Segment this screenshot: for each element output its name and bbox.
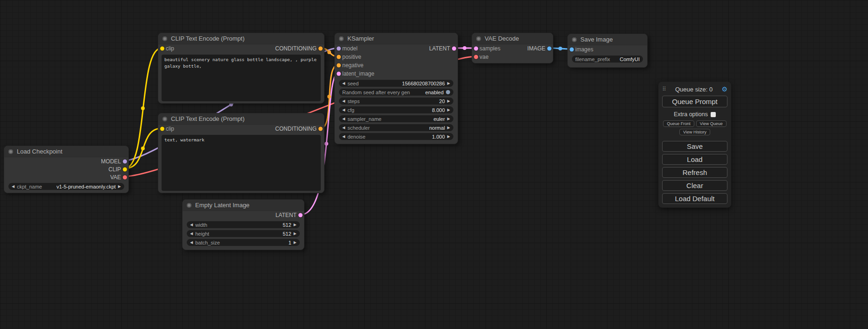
node-title-bar[interactable]: Empty Latent Image xyxy=(183,200,304,211)
filename-prefix-widget[interactable]: filename_prefix ComfyUI xyxy=(572,56,643,63)
slot-row: VAE xyxy=(4,173,128,181)
denoise-widget[interactable]: ◀ denoise 1.000 ▶ xyxy=(339,133,453,140)
view-history-button[interactable]: View History xyxy=(679,129,710,135)
load-button[interactable]: Load xyxy=(662,154,727,165)
increment-arrow-icon[interactable]: ▶ xyxy=(447,99,450,103)
seed-widget[interactable]: ◀ seed 156680208700286 ▶ xyxy=(339,80,453,87)
input-slot-positive[interactable] xyxy=(337,55,341,59)
link-midpoint-dot xyxy=(463,46,466,50)
increment-arrow-icon[interactable]: ▶ xyxy=(447,135,450,139)
decrement-arrow-icon[interactable]: ◀ xyxy=(190,223,193,227)
clear-button[interactable]: Clear xyxy=(662,180,727,191)
node-title-bar[interactable]: KSampler xyxy=(335,33,458,44)
batch-size-widget[interactable]: ◀ batch_size 1 ▶ xyxy=(187,239,300,246)
toggle-dot-icon xyxy=(446,90,450,94)
output-slot-conditioning[interactable] xyxy=(318,47,323,51)
node-empty-latent-image[interactable]: Empty Latent Image LATENT ◀ width 512 ▶ … xyxy=(182,199,304,250)
prompt-textarea[interactable]: text, watermark xyxy=(162,135,321,191)
node-title-bar[interactable]: Load Checkpoint xyxy=(4,146,128,157)
input-slot-clip[interactable] xyxy=(160,47,164,51)
decrement-arrow-icon[interactable]: ◀ xyxy=(342,108,345,112)
collapse-dot-icon[interactable] xyxy=(476,36,481,41)
decrement-arrow-icon[interactable]: ◀ xyxy=(190,241,193,245)
output-slot-vae[interactable] xyxy=(123,175,127,179)
output-slot-conditioning[interactable] xyxy=(318,127,323,131)
increment-arrow-icon[interactable]: ▶ xyxy=(294,232,296,236)
slot-row: clip CONDITIONING xyxy=(158,44,324,53)
load-default-button[interactable]: Load Default xyxy=(662,193,727,204)
random-seed-toggle[interactable]: Random seed after every gen enabled xyxy=(339,89,453,96)
node-title-bar[interactable]: CLIP Text Encode (Prompt) xyxy=(158,113,324,125)
decrement-arrow-icon[interactable]: ◀ xyxy=(342,135,345,139)
output-slot-model[interactable] xyxy=(123,159,127,163)
output-slot-image[interactable] xyxy=(547,47,551,51)
decrement-arrow-icon[interactable]: ◀ xyxy=(342,126,345,130)
increment-arrow-icon[interactable]: ▶ xyxy=(294,241,296,245)
decrement-arrow-icon[interactable]: ◀ xyxy=(190,232,193,236)
slot-row: samples IMAGE xyxy=(472,44,553,53)
node-title-bar[interactable]: CLIP Text Encode (Prompt) xyxy=(158,33,324,44)
increment-arrow-icon[interactable]: ▶ xyxy=(294,223,296,227)
increment-arrow-icon[interactable]: ▶ xyxy=(447,117,450,121)
node-load-checkpoint[interactable]: Load Checkpoint MODEL CLIP VAE ◀ ckpt_na… xyxy=(4,146,129,193)
decrement-arrow-icon[interactable]: ◀ xyxy=(12,185,14,189)
width-widget[interactable]: ◀ width 512 ▶ xyxy=(187,221,300,228)
output-slot-clip[interactable] xyxy=(123,167,127,171)
input-slot-images[interactable] xyxy=(570,48,574,52)
view-queue-button[interactable]: View Queue xyxy=(696,120,727,127)
drag-handle-icon[interactable]: ⠿ xyxy=(662,86,666,92)
cfg-widget[interactable]: ◀ cfg 8.000 ▶ xyxy=(339,106,453,113)
input-slot-model[interactable] xyxy=(337,47,341,51)
collapse-dot-icon[interactable] xyxy=(162,117,167,121)
node-title-bar[interactable]: VAE Decode xyxy=(472,33,553,44)
save-button[interactable]: Save xyxy=(662,141,727,152)
input-slot-samples[interactable] xyxy=(474,47,478,51)
node-vae-decode[interactable]: VAE Decode samples IMAGE vae xyxy=(472,33,553,63)
input-label: positive xyxy=(342,54,361,60)
decrement-arrow-icon[interactable]: ◀ xyxy=(342,82,345,85)
collapse-dot-icon[interactable] xyxy=(339,36,344,41)
queue-prompt-button[interactable]: Queue Prompt xyxy=(662,96,727,107)
node-clip-text-encode-positive[interactable]: CLIP Text Encode (Prompt) clip CONDITION… xyxy=(158,33,325,104)
output-label: CLIP xyxy=(108,166,121,173)
sampler-name-widget[interactable]: ◀ sampler_name euler ▶ xyxy=(339,115,453,122)
widget-name: batch_size xyxy=(195,240,220,245)
node-graph-canvas[interactable]: Load Checkpoint MODEL CLIP VAE ◀ ckpt_na… xyxy=(0,0,868,329)
extra-options-label: Extra options xyxy=(674,111,708,118)
node-title: Load Checkpoint xyxy=(17,148,63,155)
output-label: IMAGE xyxy=(527,45,545,52)
increment-arrow-icon[interactable]: ▶ xyxy=(118,185,121,189)
node-ksampler[interactable]: KSampler model LATENT positive negative … xyxy=(334,33,458,144)
slot-row: latent_image xyxy=(335,70,458,78)
decrement-arrow-icon[interactable]: ◀ xyxy=(342,117,345,121)
collapse-dot-icon[interactable] xyxy=(162,36,167,41)
widget-name: ckpt_name xyxy=(17,184,42,189)
collapse-dot-icon[interactable] xyxy=(8,149,13,154)
widget-name: filename_prefix xyxy=(575,56,610,62)
increment-arrow-icon[interactable]: ▶ xyxy=(447,108,450,112)
node-title-bar[interactable]: Save Image xyxy=(568,34,647,45)
input-slot-negative[interactable] xyxy=(337,63,341,68)
decrement-arrow-icon[interactable]: ◀ xyxy=(342,99,345,103)
input-slot-clip[interactable] xyxy=(160,127,164,131)
node-clip-text-encode-negative[interactable]: CLIP Text Encode (Prompt) clip CONDITION… xyxy=(158,113,325,193)
extra-options-checkbox[interactable] xyxy=(711,112,716,117)
increment-arrow-icon[interactable]: ▶ xyxy=(447,82,450,85)
queue-front-button[interactable]: Queue Front xyxy=(663,120,694,127)
output-slot-latent[interactable] xyxy=(298,213,303,217)
steps-widget[interactable]: ◀ steps 20 ▶ xyxy=(339,98,453,105)
node-save-image[interactable]: Save Image images filename_prefix ComfyU… xyxy=(567,34,648,68)
scheduler-widget[interactable]: ◀ scheduler normal ▶ xyxy=(339,124,453,131)
input-slot-vae[interactable] xyxy=(474,55,478,59)
ckpt-name-widget[interactable]: ◀ ckpt_name v1-5-pruned-emaonly.ckpt ▶ xyxy=(8,183,124,190)
collapse-dot-icon[interactable] xyxy=(572,37,577,42)
collapse-dot-icon[interactable] xyxy=(187,203,191,208)
refresh-button[interactable]: Refresh xyxy=(662,167,727,178)
settings-gear-icon[interactable]: ⚙ xyxy=(721,85,727,93)
prompt-textarea[interactable]: beautiful scenery nature glass bottle la… xyxy=(162,55,321,101)
output-label: LATENT xyxy=(275,212,296,218)
input-slot-latent-image[interactable] xyxy=(337,72,341,76)
output-slot-latent[interactable] xyxy=(452,47,456,51)
increment-arrow-icon[interactable]: ▶ xyxy=(447,126,450,130)
height-widget[interactable]: ◀ height 512 ▶ xyxy=(187,230,300,237)
